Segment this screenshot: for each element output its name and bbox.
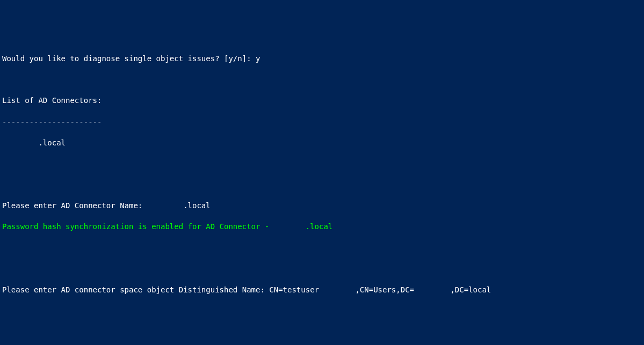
terminal-output: Would you like to diagnose single object… [2, 43, 642, 345]
enter-connector-prompt[interactable]: Please enter AD Connector Name: .local [2, 201, 642, 211]
blank [2, 264, 642, 275]
blank [2, 75, 642, 85]
blank [2, 243, 642, 254]
connector-item: .local [2, 138, 642, 149]
enter-dn-prompt[interactable]: Please enter AD connector space object D… [2, 285, 642, 296]
blank [2, 306, 642, 317]
blank [2, 180, 642, 190]
blank [2, 159, 642, 170]
connectors-list-header: List of AD Connectors: [2, 96, 642, 106]
phs-enabled-status: Password hash synchronization is enabled… [2, 222, 642, 232]
prompt-diagnose[interactable]: Would you like to diagnose single object… [2, 54, 642, 64]
divider: ---------------------- [2, 117, 642, 128]
blank [2, 327, 642, 337]
